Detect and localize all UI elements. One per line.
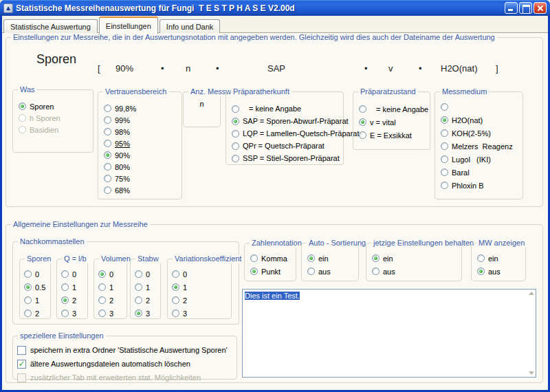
group-nk-sporen: Sporen 0 0.5 1 2 xyxy=(19,259,51,319)
radio-icon xyxy=(61,296,69,304)
group-nk-variationskoeffizient: Variationskoeffizient 0 1 2 3 xyxy=(167,259,232,319)
radio-medium-h2o[interactable]: H2O(nat) xyxy=(441,113,522,127)
checkbox-extra-ordner[interactable]: speichern in extra Ordner 'Statistische … xyxy=(17,343,236,357)
radio-nk-vol-0[interactable]: 0 xyxy=(98,268,126,281)
radio-herkunft-ssp[interactable]: SSP = Stiel-Sporen-Präparat xyxy=(232,152,343,164)
radio-vb-95[interactable]: 95% xyxy=(104,138,182,149)
radio-nk-stabw-3[interactable]: 3 xyxy=(135,307,160,320)
radio-nk-sporen-1[interactable]: 1 xyxy=(24,294,50,307)
checkbox-icon xyxy=(17,346,26,355)
radio-vb-90[interactable]: 90% xyxy=(104,149,182,161)
radio-zustand-keine-angabe[interactable]: = keine Angabe xyxy=(359,102,430,116)
radio-medium-leer[interactable] xyxy=(441,100,522,113)
radio-nk-stabw-2[interactable]: 2 xyxy=(135,294,160,307)
radio-behalten-ein[interactable]: ein xyxy=(372,252,461,265)
radio-nk-vol-3[interactable]: 3 xyxy=(98,307,126,320)
radio-nk-vk-3[interactable]: 3 xyxy=(172,307,231,320)
tab-info-und-dank[interactable]: Info und Dank xyxy=(160,19,221,33)
radio-icon xyxy=(104,140,111,147)
radio-mw-ein[interactable]: ein xyxy=(477,252,525,265)
formula-bracket-open: [ xyxy=(98,63,100,74)
radio-vb-80[interactable]: 80% xyxy=(104,161,182,173)
group-auto-sortierung: Auto - Sortierung ein aus xyxy=(301,243,359,281)
radio-medium-koh[interactable]: KOH(2-5%) xyxy=(441,127,522,140)
radio-sortierung-ein[interactable]: ein xyxy=(307,252,358,265)
minimize-button[interactable] xyxy=(505,2,518,14)
tab-statistische-auswertung[interactable]: Statistische Auswertung xyxy=(3,19,98,33)
radio-was-sporen[interactable]: Sporen xyxy=(19,100,93,112)
radio-icon xyxy=(19,114,26,122)
radio-notation-punkt[interactable]: Punkt xyxy=(250,265,296,278)
group-title-praeparatherkunft: Präparatherkunft xyxy=(231,87,292,96)
radio-icon xyxy=(98,309,106,317)
radio-herkunft-keine-angabe[interactable]: = keine Angabe xyxy=(232,102,343,115)
radio-nk-q-2[interactable]: 2 xyxy=(61,294,87,307)
radio-vb-75[interactable]: 75% xyxy=(104,173,182,184)
radio-herkunft-qpr[interactable]: QPr = Quetsch-Präparat xyxy=(232,140,343,152)
radio-icon xyxy=(104,186,111,194)
group-title-nachkommastellen: Nachkommastellen xyxy=(18,237,87,246)
radio-nk-q-3[interactable]: 3 xyxy=(61,307,87,320)
window-title: Statistische Messreihenauswertung für Fu… xyxy=(16,3,502,13)
radio-icon xyxy=(104,151,111,159)
app-window: Statistische Messreihenauswertung für Fu… xyxy=(0,0,550,392)
radio-zustand-vital[interactable]: v = vital xyxy=(359,116,430,129)
radio-icon xyxy=(359,118,366,126)
radio-nk-sporen-0[interactable]: 0 xyxy=(24,268,50,281)
formula-dot: • xyxy=(161,63,164,74)
scroll-up-icon[interactable] xyxy=(529,292,534,295)
group-zahlennotation: Zahlennotation Komma Punkt xyxy=(244,243,296,281)
radio-vb-98[interactable]: 98% xyxy=(104,126,182,138)
radio-nk-q-0[interactable]: 0 xyxy=(61,268,87,281)
radio-behalten-aus[interactable]: aus xyxy=(372,265,461,278)
scroll-down-icon[interactable] xyxy=(529,371,534,375)
radio-herkunft-sap[interactable]: SAP = Sporen-Abwurf-Präparat xyxy=(232,115,343,127)
radio-nk-vol-2[interactable]: 2 xyxy=(98,294,126,307)
group-title-vertrauensbereich: Vertrauensbereich xyxy=(103,87,168,96)
radio-icon xyxy=(172,283,179,291)
radio-medium-melzers[interactable]: Melzers Reagenz xyxy=(441,140,522,153)
radio-vb-99[interactable]: 99% xyxy=(104,114,182,126)
radio-sortierung-aus[interactable]: aus xyxy=(307,265,358,278)
radio-icon xyxy=(104,163,111,171)
group-anz-messwerte: Anz. Messwerte n xyxy=(183,91,221,127)
allgemein-section-title: Allgemeine Einstellungen zur Messreihe xyxy=(11,220,150,229)
radio-zustand-exsikkat[interactable]: E = Exsikkat xyxy=(359,129,430,142)
radio-mw-aus[interactable]: aus xyxy=(477,265,525,278)
radio-medium-phloxin[interactable]: Phloxin B xyxy=(441,179,522,192)
radio-nk-vk-2[interactable]: 2 xyxy=(172,294,231,307)
group-title-praeparatzustand: Präparatzustand xyxy=(358,87,418,96)
radio-medium-baral[interactable]: Baral xyxy=(441,166,522,179)
group-title-einstellungen-behalten: jetzige Einstellungen behalten xyxy=(371,239,476,248)
radio-icon xyxy=(61,283,69,291)
radio-medium-lugol[interactable]: Lugol (IKI) xyxy=(441,153,522,166)
page-einstellungen: Einstellungen zur Messreihe, die in der … xyxy=(2,33,548,390)
radio-nk-q-1[interactable]: 1 xyxy=(61,281,87,294)
close-button[interactable] xyxy=(534,2,547,14)
radio-nk-vk-0[interactable]: 0 xyxy=(172,268,231,281)
radio-nk-stabw-1[interactable]: 1 xyxy=(135,281,160,294)
radio-vb-68[interactable]: 68% xyxy=(104,184,182,196)
group-mw-anzeigen: MW anzeigen ein aus xyxy=(471,243,526,281)
notes-textarea[interactable]: Dies ist ein Test. xyxy=(242,289,536,378)
radio-nk-vol-1[interactable]: 1 xyxy=(98,281,126,294)
radio-icon xyxy=(477,254,485,262)
checkbox-alte-dateien-loeschen[interactable]: ältere Auswertungsdateien automatisch lö… xyxy=(17,357,236,371)
radio-icon xyxy=(441,155,448,163)
radio-nk-vk-1[interactable]: 1 xyxy=(172,281,231,294)
radio-nk-sporen-2[interactable]: 2 xyxy=(24,307,50,320)
radio-nk-sporen-05[interactable]: 0.5 xyxy=(24,281,50,294)
tab-bar: Statistische Auswertung Einstellungen In… xyxy=(2,16,548,33)
formula-count: n xyxy=(186,63,190,74)
maximize-button[interactable] xyxy=(519,2,532,14)
radio-icon xyxy=(61,270,69,278)
tab-einstellungen[interactable]: Einstellungen xyxy=(99,17,158,34)
radio-icon xyxy=(135,283,142,291)
radio-notation-komma[interactable]: Komma xyxy=(250,252,296,265)
radio-vb-998[interactable]: 99,8% xyxy=(104,102,182,114)
radio-herkunft-lqp[interactable]: LQP = Lamellen-Quetsch-Präparat xyxy=(232,127,343,140)
group-title-nk-variationskoeffizient: Variationskoeffizient xyxy=(173,254,243,263)
radio-nk-stabw-0[interactable]: 0 xyxy=(135,268,160,281)
radio-icon xyxy=(372,254,380,262)
formula-state: v xyxy=(388,63,393,74)
